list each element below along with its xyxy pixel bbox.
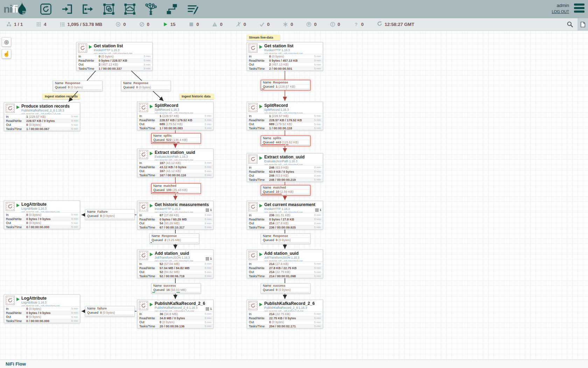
connection-name-value: failure bbox=[97, 307, 107, 310]
stat-row: In 214 (27.8 KB) 5 min bbox=[247, 262, 323, 266]
processor-logattribute[interactable]: LogAttribute LogAttribute 1.16.3 org.apa… bbox=[4, 200, 80, 229]
processor-icon bbox=[248, 103, 258, 112]
stat-window: 5 min bbox=[204, 316, 211, 320]
connection-queued-key: Queued bbox=[153, 138, 164, 142]
toolbar-processor-icon[interactable] bbox=[40, 3, 52, 15]
backpressure-bars bbox=[85, 218, 134, 219]
toolbar-label-icon[interactable] bbox=[187, 3, 199, 15]
status-ports-grid: 4 bbox=[36, 22, 46, 27]
stat-window: 5 min bbox=[204, 123, 211, 126]
processor-publishkafkarecord-2-6[interactable]: PublishKafkaRecord_2_6 PublishKafkaRecor… bbox=[137, 300, 214, 328]
stat-row: Tasks/Time 20 / 00:00:09.136 5 min bbox=[138, 324, 213, 328]
toolbar-funnel-icon[interactable] bbox=[145, 3, 157, 15]
connection-response[interactable]: Name Response Queued 0 (0 bytes) bbox=[121, 81, 171, 91]
stat-label: Tasks/Time bbox=[139, 226, 160, 229]
global-menu-icon[interactable] bbox=[574, 4, 584, 13]
processor-add-station-uuid[interactable]: Add station_uuid JoltTransformJSON 1.16.… bbox=[137, 250, 214, 278]
connection-response[interactable]: Name Response Queued 2 (3.25 MB) bbox=[149, 233, 199, 244]
stat-window: 5 min bbox=[204, 118, 211, 122]
toolbar-output-port-icon[interactable] bbox=[82, 3, 94, 15]
processor-add-station-uuid[interactable]: Add station_uuid JoltTransformJSON 1.16.… bbox=[247, 250, 323, 278]
connection-response[interactable]: Name Response Queued 0 (0 bytes) bbox=[261, 233, 310, 244]
processor-get-current-measurement[interactable]: Get current measurement InvokeHTTP 1.16.… bbox=[247, 201, 323, 230]
connection-name-key: Name bbox=[263, 284, 271, 287]
connection-queued-key: Queued bbox=[263, 238, 274, 242]
backpressure-bars bbox=[261, 144, 310, 146]
connection-matched[interactable]: Name matched Queued 100 (25.43 KB) bbox=[151, 183, 201, 194]
processor-splitrecord[interactable]: SplitRecord SplitRecord 1.16.3 org.apach… bbox=[247, 102, 323, 130]
connection-response[interactable]: Name Response Queued 1 (228.57 KB) bbox=[261, 80, 310, 90]
stat-window: 5 min bbox=[314, 114, 321, 117]
connection-name-key: Name bbox=[55, 81, 63, 85]
status-stale: 0 bbox=[306, 22, 316, 27]
processor-bundle: org.apache.nifi - nifi-kafka-2-6-nar bbox=[21, 112, 70, 114]
connection-failure[interactable]: Name failure Queued 0 (0 bytes) bbox=[85, 306, 135, 316]
processor-icon bbox=[6, 296, 15, 305]
stat-row: Out 246 (63.9 KB) 5 min bbox=[247, 173, 323, 178]
search-button[interactable] bbox=[562, 18, 578, 30]
stat-label: Tasks/Time bbox=[249, 325, 269, 328]
status-transmitting: 0 bbox=[115, 22, 126, 27]
stat-label: Out bbox=[139, 320, 160, 324]
stat-value: 214 / 00:00:01.098 bbox=[269, 274, 314, 278]
stat-row: In 0 (0 bytes) 5 min bbox=[247, 54, 323, 59]
running-status-icon bbox=[89, 45, 92, 49]
processor-type: SplitRecord 1.16.3 bbox=[155, 108, 193, 111]
status-invalid-count: 0 bbox=[220, 22, 222, 27]
hand-pointer-icon: ☝ bbox=[3, 50, 10, 57]
stat-row: Out 689 (179.52 KB) 5 min bbox=[247, 122, 323, 126]
stat-label: Out bbox=[6, 315, 26, 319]
connection-splits[interactable]: Name splits Queued 522 (136.4 KB) bbox=[151, 133, 201, 144]
running-status-icon bbox=[150, 204, 153, 207]
logout-link[interactable]: LOG OUT bbox=[552, 9, 569, 14]
processor-bundle: org.apache.nifi - nifi-standard-nar bbox=[264, 52, 303, 54]
connection-success[interactable]: Name success Queued 16 (50.03 MB) bbox=[151, 283, 201, 294]
connection-queued-value: 10 (2.59 KB) bbox=[276, 190, 294, 193]
stat-window: 5 min bbox=[204, 213, 211, 217]
connection-success[interactable]: Name success Queued 0 (0 bytes) bbox=[261, 283, 310, 294]
toolbar-template-icon[interactable] bbox=[166, 3, 178, 15]
stat-value: 0 bytes / 0 bytes bbox=[26, 311, 71, 315]
toolbar-process-group-icon[interactable] bbox=[103, 3, 115, 15]
connection-failure[interactable]: Name Failure Queued 0 (0 bytes) bbox=[85, 209, 135, 220]
stat-window: 5 min bbox=[71, 319, 78, 322]
refresh-icon[interactable] bbox=[377, 21, 382, 28]
processor-get-historic-measurements[interactable]: Get historic measurements InvokeHTTP 1.1… bbox=[137, 201, 214, 230]
processor-extract-station-uuid[interactable]: Extract station_uuid EvaluateJsonPath 1.… bbox=[247, 153, 323, 182]
status-stopped-count: 0 bbox=[196, 22, 199, 27]
navigate-palette-button[interactable]: ◎ bbox=[2, 37, 11, 47]
stat-label: Tasks/Time bbox=[139, 127, 160, 130]
processor-produce-station-records[interactable]: Produce station records PublishKafkaReco… bbox=[4, 102, 80, 131]
processor-type: InvokeHTTP 1.16.3 bbox=[94, 48, 132, 52]
status-disabled-count: 0 bbox=[244, 22, 246, 27]
toolbar-input-port-icon[interactable] bbox=[61, 3, 73, 15]
stat-row: Read/Write 0 bytes / 0 bytes 5 min bbox=[4, 217, 80, 221]
toolbar-remote-process-group-icon[interactable] bbox=[124, 3, 136, 15]
processor-publishkafkarecord-2-6[interactable]: PublishKafkaRecord_2_6 PublishKafkaRecor… bbox=[247, 300, 323, 328]
threads-icon bbox=[206, 209, 209, 212]
breadcrumb[interactable]: NiFi Flow bbox=[6, 361, 26, 367]
operate-palette-button[interactable]: ☝ bbox=[2, 49, 11, 59]
processor-get-station-list[interactable]: Get station list InvokeHTTP 1.16.3 org.a… bbox=[247, 42, 323, 71]
stat-row: Out 0 (0 bytes) 5 min bbox=[138, 320, 213, 324]
connection-response[interactable]: Name Response Queued 0 (0 bytes) bbox=[53, 81, 103, 91]
status-running: 15 bbox=[163, 22, 175, 27]
processor-stats: In 167 (43.12 KB) 5 min Read/Write 43.12… bbox=[138, 161, 213, 177]
processor-splitrecord[interactable]: SplitRecord SplitRecord 1.16.3 org.apach… bbox=[137, 102, 214, 130]
connection-queued-key: Queued bbox=[263, 190, 274, 193]
connection-queued-value: 1 (228.57 KB) bbox=[276, 85, 295, 88]
processor-extract-station-uuid[interactable]: Extract station_uuid EvaluateJsonPath 1.… bbox=[137, 149, 214, 177]
connection-queued-value: 0 (0 bytes) bbox=[100, 311, 115, 314]
flow-canvas[interactable]: ◎ ☝ Stream live-dataIngest station recor… bbox=[0, 31, 588, 360]
stat-row: Out 689 (179.52 KB) 5 min bbox=[138, 122, 213, 126]
processor-get-station-list[interactable]: Get station list InvokeHTTP 1.16.3 org.a… bbox=[76, 42, 153, 71]
processor-name: Get historic measurements bbox=[155, 203, 209, 207]
stat-row: Tasks/Time 0 / 00:00:00.000 5 min bbox=[4, 225, 80, 229]
processor-logattribute[interactable]: LogAttribute LogAttribute 1.16.3 org.apa… bbox=[4, 294, 80, 323]
transmitting-icon bbox=[115, 22, 121, 27]
connection-splits[interactable]: Name splits Queued 443 (115.62 KB) bbox=[261, 136, 310, 146]
new-note-button[interactable] bbox=[578, 18, 588, 30]
stat-row: Tasks/Time 246 / 00:00:00.219 5 min bbox=[247, 178, 323, 182]
connection-queued-key: Queued bbox=[123, 86, 134, 89]
connection-matched[interactable]: Name matched Queued 10 (2.59 KB) bbox=[261, 185, 310, 196]
